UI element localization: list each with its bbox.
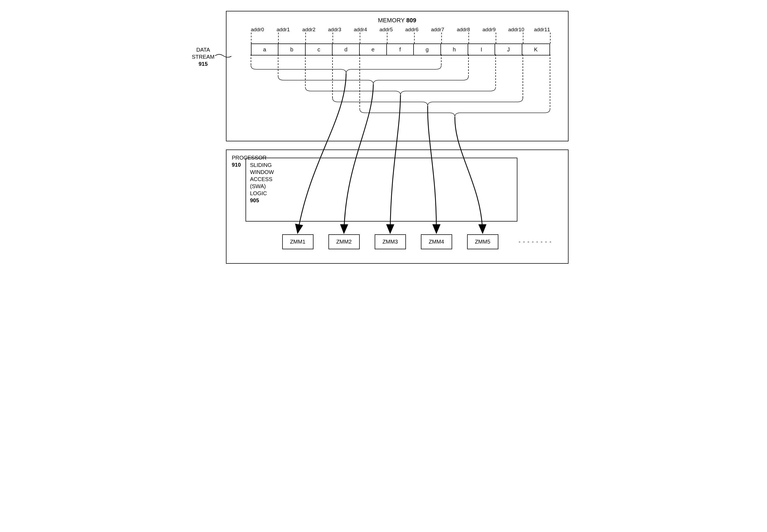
data-stream-line1: DATA — [192, 46, 215, 53]
swa-line: WINDOW — [250, 169, 513, 176]
addr-label: addr2 — [302, 27, 328, 33]
zmm-register: ZMM5 — [467, 234, 498, 249]
diagram-container: DATA STREAM 915 MEMORY 809 addr0 addr1 a… — [193, 11, 574, 264]
addr-label: addr5 — [380, 27, 405, 33]
data-cell: e — [360, 44, 387, 55]
addr-label: addr6 — [405, 27, 431, 33]
memory-box: MEMORY 809 addr0 addr1 addr2 addr3 addr4… — [226, 11, 569, 141]
zmm-continuation-dashes: - - - - - - - - — [519, 239, 552, 245]
swa-line: (SWA) — [250, 183, 513, 190]
addr-label: addr3 — [328, 27, 354, 33]
zmm-row: ZMM1 ZMM2 ZMM3 ZMM4 ZMM5 - - - - - - - - — [282, 234, 552, 249]
dashed-lines-top — [251, 33, 560, 43]
data-cell: J — [495, 44, 522, 55]
address-labels-row: addr0 addr1 addr2 addr3 addr4 addr5 addr… — [251, 27, 560, 33]
data-stream-num: 915 — [192, 60, 215, 67]
addr-label: addr9 — [483, 27, 508, 33]
addr-label: addr4 — [354, 27, 380, 33]
data-cell: h — [441, 44, 468, 55]
addr-label: addr8 — [457, 27, 483, 33]
zmm-register: ZMM3 — [375, 234, 406, 249]
data-cells-row: a b c d e f g h I J K — [251, 43, 550, 55]
data-cell: c — [306, 44, 333, 55]
swa-line: LOGIC — [250, 190, 513, 197]
data-cell: g — [414, 44, 441, 55]
memory-title-text: MEMORY — [378, 17, 405, 24]
zmm-register: ZMM1 — [282, 234, 313, 249]
data-cell: f — [387, 44, 414, 55]
swa-line: ACCESS — [250, 176, 513, 183]
swa-num: 905 — [250, 197, 513, 204]
data-cell: a — [251, 44, 279, 55]
addr-label: addr0 — [251, 27, 277, 33]
addr-label: addr1 — [277, 27, 302, 33]
zmm-register: ZMM4 — [421, 234, 452, 249]
swa-text: SLIDING WINDOW ACCESS (SWA) LOGIC 905 — [250, 161, 513, 204]
data-cell: d — [333, 44, 360, 55]
memory-title: MEMORY 809 — [235, 17, 560, 24]
addr-label: addr10 — [508, 27, 534, 33]
data-stream-line2: STREAM — [192, 53, 215, 60]
swa-line: SLIDING — [250, 161, 513, 169]
data-cell: K — [522, 44, 549, 55]
memory-title-num: 809 — [406, 17, 416, 24]
addr-label: addr7 — [431, 27, 457, 33]
data-cell: I — [468, 44, 495, 55]
data-cell: b — [278, 44, 306, 55]
swa-box: SLIDING WINDOW ACCESS (SWA) LOGIC 905 — [246, 158, 517, 222]
processor-box: PROCESSOR 910 SLIDING WINDOW ACCESS (SWA… — [226, 150, 569, 264]
zmm-register: ZMM2 — [328, 234, 360, 249]
addr-label: addr11 — [534, 27, 560, 33]
data-stream-label: DATA STREAM 915 — [192, 46, 215, 67]
